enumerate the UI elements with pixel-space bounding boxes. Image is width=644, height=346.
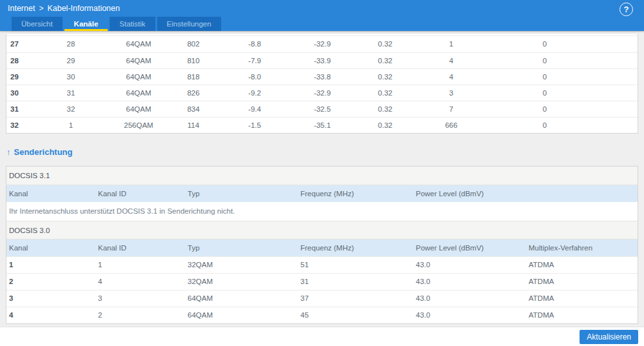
tab-kanaele[interactable]: Kanäle [64, 17, 108, 31]
table-row: 2 4 32QAM 31 43.0 ATDMA [6, 273, 638, 290]
downstream-channel-table: 27 28 64QAM 802 -8.8 -32.9 0.32 1 0 28 2… [6, 36, 638, 133]
docsis31-header-row: Kanal Kanal ID Typ Frequenz (MHz) Power … [6, 185, 638, 202]
breadcrumb: Internet>Kabel-Informationen [0, 0, 644, 13]
cell-kanal: 32 [6, 117, 39, 133]
table-row: 3 3 64QAM 37 43.0 ATDMA [6, 290, 638, 307]
breadcrumb-section[interactable]: Internet [8, 4, 35, 13]
upstream-panel: DOCSIS 3.1 Kanal Kanal ID Typ Frequenz (… [6, 166, 638, 324]
docsis30-title: DOCSIS 3.0 [6, 221, 638, 239]
column-header: Frequenz (MHz) [298, 239, 413, 256]
table-row: 27 28 64QAM 802 -8.8 -32.9 0.32 1 0 [6, 36, 638, 52]
cell-kanal: 4 [6, 307, 95, 323]
breadcrumb-separator-icon: > [39, 4, 43, 13]
cell-kanal: 28 [6, 52, 39, 68]
column-header: Power Level (dBmV) [413, 185, 526, 202]
docsis30-table: Kanal Kanal ID Typ Frequenz (MHz) Power … [6, 239, 638, 323]
cell-kanal: 31 [6, 101, 39, 117]
tab-statistik[interactable]: Statistik [110, 17, 155, 31]
cell-kanal: 27 [6, 36, 39, 52]
column-header: Typ [185, 185, 298, 202]
table-row: 1 1 32QAM 51 43.0 ATDMA [6, 256, 638, 273]
column-header: Typ [185, 239, 298, 256]
table-row: 29 30 64QAM 818 -8.0 -33.8 0.32 4 0 [6, 68, 638, 85]
downstream-channel-table-panel: 27 28 64QAM 802 -8.8 -32.9 0.32 1 0 28 2… [6, 34, 638, 134]
cell-kanal: 3 [6, 290, 95, 307]
bottom-action-bar: Aktualisieren [0, 327, 644, 346]
upstream-section-heading: ↑Senderichtung [6, 147, 638, 157]
cell-kanal: 30 [6, 85, 39, 101]
column-header: Multiplex-Verfahren [526, 239, 638, 256]
tab-uebersicht[interactable]: Übersicht [12, 17, 63, 31]
breadcrumb-page-title: Kabel-Informationen [47, 4, 120, 13]
upstream-heading-label: Senderichtung [14, 147, 73, 157]
column-header: Kanal ID [95, 239, 185, 256]
column-header: Frequenz (MHz) [298, 185, 413, 202]
table-row: 30 31 64QAM 826 -9.2 -32.9 0.32 3 0 [6, 85, 638, 101]
column-header: Kanal ID [95, 185, 185, 202]
main-content: 27 28 64QAM 802 -8.8 -32.9 0.32 1 0 28 2… [0, 34, 644, 324]
docsis31-title: DOCSIS 3.1 [6, 167, 638, 185]
cell-kanal: 2 [6, 273, 95, 290]
table-row: 4 2 64QAM 45 43.0 ATDMA [6, 307, 638, 323]
table-row: 32 1 256QAM 114 -1.5 -35.1 0.32 666 0 [6, 117, 638, 133]
tab-bar: Übersicht Kanäle Statistik Einstellungen [12, 17, 221, 31]
up-arrow-icon: ↑ [6, 147, 11, 157]
cell-kanal: 29 [6, 68, 39, 85]
help-icon[interactable]: ? [620, 3, 633, 16]
cell-kanal: 1 [6, 256, 95, 273]
column-header: Power Level (dBmV) [413, 239, 526, 256]
docsis31-table: Kanal Kanal ID Typ Frequenz (MHz) Power … [6, 185, 638, 202]
column-header: Kanal [6, 239, 95, 256]
table-row: 31 32 64QAM 834 -9.4 -32.5 0.32 7 0 [6, 101, 638, 117]
docsis30-header-row: Kanal Kanal ID Typ Frequenz (MHz) Power … [6, 239, 638, 256]
refresh-button[interactable]: Aktualisieren [580, 330, 638, 344]
column-header: Kanal [6, 185, 95, 202]
docsis31-unsupported-message: Ihr Internetanschluss unterstützt DOCSIS… [6, 202, 638, 221]
table-row: 28 29 64QAM 810 -7.9 -33.9 0.32 4 0 [6, 52, 638, 68]
app-header: Internet>Kabel-Informationen ? Übersicht… [0, 0, 644, 31]
tab-einstellungen[interactable]: Einstellungen [157, 17, 221, 31]
